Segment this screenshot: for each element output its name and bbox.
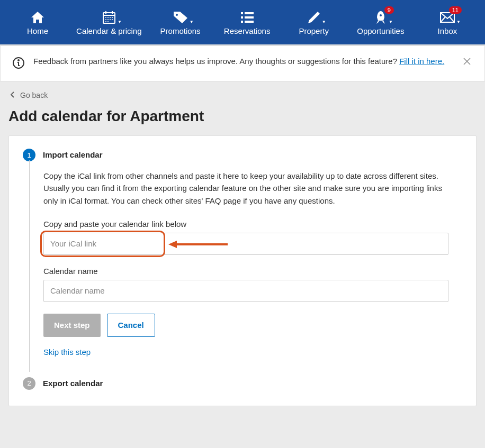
nav-label: Opportunities [357,26,404,35]
nav-label: Calendar & pricing [76,26,141,35]
svg-point-21 [380,14,382,16]
home-icon [30,10,45,25]
close-icon[interactable] [461,56,473,69]
svg-rect-16 [245,12,254,14]
svg-rect-15 [241,12,243,14]
svg-rect-2 [105,11,106,14]
badge: 11 [449,6,462,14]
nav-promotions[interactable]: ▼ Promotions [147,0,214,44]
step-1-description: Copy the iCal link from other channels a… [43,170,448,207]
nav-home[interactable]: Home [4,0,71,44]
next-step-button[interactable]: Next step [43,314,101,337]
banner-text: Feedback from partners like you always h… [33,56,453,68]
svg-rect-0 [103,13,115,23]
info-icon [12,57,25,71]
nav-label: Inbox [438,26,457,35]
svg-point-5 [107,17,109,18]
svg-rect-20 [245,21,254,23]
svg-point-10 [110,19,111,20]
page-title: Add calendar for Apartment [0,103,485,135]
calendar-icon: ▼ [102,10,116,25]
cancel-button[interactable]: Cancel [107,314,155,337]
rocket-icon: 9 ▼ [374,10,388,25]
nav-calendar-pricing[interactable]: ▼ Calendar & pricing [71,0,147,44]
chevron-down-icon: ▼ [456,20,461,24]
nav-label: Reservations [224,26,271,35]
skip-step-link[interactable]: Skip this step [43,348,91,356]
calendar-name-label: Calendar name [43,267,448,276]
ical-link-input[interactable] [43,233,448,255]
mail-icon: 11 ▼ [439,10,455,25]
svg-rect-3 [112,11,113,14]
nav-label: Property [299,26,329,35]
step-2-title: Export calendar [43,377,103,390]
nav-property[interactable]: ▼ Property [281,0,347,44]
wizard-card: 1 Import calendar Copy the iCal link fro… [8,135,477,406]
top-navigation: Home ▼ Calendar & pricing ▼ Promotions R… [0,0,485,45]
go-back-link[interactable]: Go back [0,81,485,103]
step-1-title: Import calendar [43,149,103,161]
svg-point-24 [18,60,19,61]
svg-point-9 [107,19,109,20]
svg-point-13 [107,21,109,22]
svg-rect-18 [245,16,254,19]
svg-point-8 [105,19,106,20]
feedback-banner: Feedback from partners like you always h… [0,45,485,81]
step-1-badge: 1 [23,149,35,161]
chevron-down-icon: ▼ [389,20,393,24]
nav-label: Home [27,26,48,35]
list-icon [240,10,255,25]
chevron-left-icon [11,91,15,99]
svg-rect-19 [241,21,243,23]
svg-point-11 [112,19,113,20]
nav-opportunities[interactable]: 9 ▼ Opportunities [347,0,414,44]
nav-label: Promotions [160,26,201,35]
ical-link-label: Copy and paste your calendar link below [43,220,448,228]
calendar-name-input[interactable] [43,280,448,302]
svg-rect-17 [241,16,243,19]
step-2-header: 2 Export calendar [23,377,462,390]
svg-point-6 [110,17,111,18]
svg-point-14 [176,14,178,16]
feedback-link[interactable]: Fill it in here. [399,57,444,66]
svg-point-4 [105,17,106,18]
svg-point-7 [112,17,113,18]
badge: 9 [384,6,394,14]
chevron-down-icon: ▼ [190,20,194,24]
step-1-header: 1 Import calendar [23,149,462,161]
tag-icon: ▼ [173,10,188,25]
svg-point-12 [105,21,106,22]
chevron-down-icon: ▼ [322,20,326,24]
step-2-badge: 2 [23,377,35,390]
chevron-down-icon: ▼ [118,20,122,24]
nav-inbox[interactable]: 11 ▼ Inbox [414,0,481,44]
pencil-icon: ▼ [307,10,321,25]
nav-reservations[interactable]: Reservations [214,0,281,44]
